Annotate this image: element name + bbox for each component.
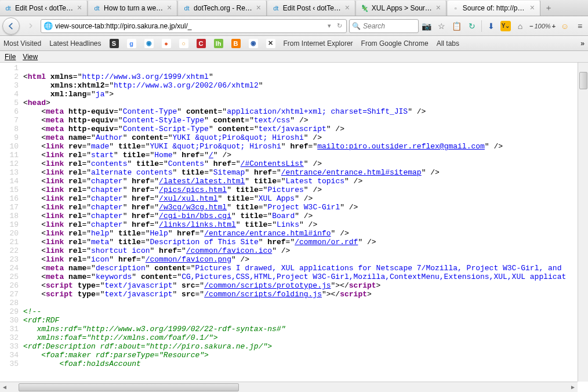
browser-tab[interactable]: dtEdit Post ‹ dotTe…× — [268, 0, 355, 16]
clipboard-icon[interactable]: 📋 — [451, 20, 463, 32]
bookmark-icon: ◉ — [249, 39, 258, 48]
camera-icon[interactable]: 📷 — [421, 20, 433, 32]
search-engine-icon[interactable]: 🔍 — [352, 22, 361, 30]
close-icon[interactable]: × — [165, 4, 173, 12]
bookmark-item[interactable]: B — [231, 39, 241, 48]
url-dropdown-icon[interactable]: ▾ — [326, 22, 333, 30]
line-number: 28 — [0, 299, 23, 307]
bookmark-icon: C — [197, 39, 206, 48]
bookmark-star-icon[interactable]: ☆ — [436, 20, 448, 32]
bookmark-item[interactable]: ◉ — [249, 39, 258, 48]
vertical-scrollbar[interactable] — [578, 63, 588, 382]
scroll-left-icon[interactable]: ◄ — [0, 384, 9, 390]
browser-tab[interactable]: 🦎XUL Apps > Sour…× — [357, 0, 447, 16]
reload-icon[interactable]: ↻ — [335, 22, 344, 30]
line-number: 22 — [0, 246, 23, 255]
line-number: 9 — [0, 133, 23, 142]
app-menu-icon[interactable]: ≡ — [574, 20, 586, 32]
bookmark-item[interactable]: Most Visited — [3, 39, 41, 48]
zoom-in-button[interactable]: + — [552, 23, 556, 30]
new-tab-button[interactable]: ＋ — [542, 0, 556, 16]
menu-view[interactable]: View — [20, 52, 40, 61]
arrow-right-icon — [27, 23, 34, 29]
line-number: 25 — [0, 273, 23, 281]
line-number: 33 — [0, 342, 23, 351]
smiley-icon[interactable]: ☺ — [559, 20, 571, 32]
line-number: 34 — [0, 351, 23, 360]
menu-file[interactable]: File — [2, 52, 18, 61]
bookmark-item[interactable]: ✕ — [266, 39, 275, 48]
tab-label: Edit Post ‹ dotTe… — [283, 4, 341, 12]
close-icon[interactable]: × — [75, 4, 84, 12]
bookmark-item[interactable]: All tabs — [437, 39, 459, 48]
bookmark-item[interactable]: g — [127, 39, 136, 48]
line-number: 26 — [0, 281, 23, 290]
back-button[interactable] — [2, 17, 20, 35]
scrollbar-thumb[interactable] — [579, 72, 587, 89]
line-number: 11 — [0, 151, 23, 159]
bookmark-item[interactable]: ◉ — [144, 39, 154, 48]
browser-tab[interactable]: dtdotTech.org - Re…× — [179, 0, 267, 16]
close-icon[interactable]: × — [434, 4, 442, 12]
search-bar[interactable]: 🔍 — [349, 19, 419, 33]
bookmark-item[interactable]: ○ — [179, 39, 188, 48]
line-number: 29 — [0, 307, 23, 316]
line-number: 20 — [0, 229, 23, 238]
browser-tab[interactable]: dtHow to turn a we…× — [89, 0, 177, 16]
bookmark-item[interactable]: S — [110, 39, 119, 48]
download-icon[interactable]: ⬇ — [485, 20, 497, 32]
bookmark-icon: lh — [214, 39, 223, 48]
line-number: 18 — [0, 212, 23, 220]
line-number: 1 — [0, 64, 23, 72]
url-input[interactable] — [55, 22, 324, 30]
forward-button[interactable] — [22, 18, 38, 34]
bookmark-item[interactable]: Latest Headlines — [49, 39, 101, 48]
bookmark-icon: ◉ — [144, 39, 154, 48]
line-number: 5 — [0, 99, 23, 107]
line-number: 31 — [0, 325, 23, 333]
scrollbar-thumb[interactable] — [19, 383, 239, 391]
favicon-icon: 🦎 — [360, 3, 369, 13]
bookmark-icon: ● — [162, 39, 171, 48]
bookmark-label: From Google Chrome — [361, 39, 429, 48]
close-icon[interactable]: × — [528, 4, 536, 12]
source-view[interactable]: 1 2<html xmlns="http://www.w3.org/1999/x… — [0, 63, 588, 382]
bookmarks-overflow-icon[interactable]: » — [580, 39, 585, 48]
site-identity-icon[interactable]: 🌐 — [43, 21, 53, 30]
bookmark-item[interactable]: From Internet Explorer — [284, 39, 353, 48]
tab-label: dotTech.org - Re… — [194, 4, 252, 12]
line-number: 15 — [0, 186, 23, 194]
bookmarks-bar: Most VisitedLatest HeadlinesSg◉●○ClhB◉✕F… — [0, 36, 588, 51]
bookmark-item[interactable]: From Google Chrome — [361, 39, 429, 48]
bookmark-item[interactable]: C — [197, 39, 206, 48]
tab-bar: dtEdit Post ‹ dotTe…×dtHow to turn a we…… — [0, 0, 588, 16]
browser-tab[interactable]: ▫Source of: http://piro…× — [448, 0, 540, 16]
scroll-right-icon[interactable]: ► — [568, 384, 578, 390]
bookmark-icon: ○ — [179, 39, 188, 48]
bookmark-label: Latest Headlines — [49, 39, 101, 48]
zoom-control: − 100% + — [529, 23, 556, 30]
yolk-icon[interactable]: Y⌄ — [500, 21, 511, 31]
zoom-level: 100% — [534, 23, 550, 30]
favicon-icon: ▫ — [451, 3, 460, 13]
favicon-icon: dt — [182, 3, 191, 13]
close-icon[interactable]: × — [255, 4, 263, 12]
line-number: 2 — [0, 72, 23, 81]
line-number: 6 — [0, 107, 23, 116]
favicon-icon: dt — [3, 3, 13, 13]
zoom-out-button[interactable]: − — [529, 23, 533, 30]
bookmark-item[interactable]: lh — [214, 39, 223, 48]
line-number: 16 — [0, 194, 23, 203]
bookmark-icon: B — [231, 39, 241, 48]
addon-icon[interactable]: ↻ — [466, 20, 478, 32]
close-icon[interactable]: × — [343, 4, 351, 12]
toolbar-right: 📷 ☆ 📋 ↻ ⬇ Y⌄ ⌂ − 100% + ☺ ≡ — [421, 20, 586, 32]
url-bar[interactable]: 🌐 ▾ ↻ — [41, 19, 347, 33]
horizontal-scrollbar[interactable]: ◄ ► — [0, 382, 578, 392]
home-icon[interactable]: ⌂ — [514, 20, 526, 32]
line-number: 27 — [0, 290, 23, 299]
line-number: 17 — [0, 203, 23, 212]
line-number: 13 — [0, 168, 23, 177]
bookmark-item[interactable]: ● — [162, 39, 171, 48]
browser-tab[interactable]: dtEdit Post ‹ dotTe…× — [0, 0, 88, 16]
